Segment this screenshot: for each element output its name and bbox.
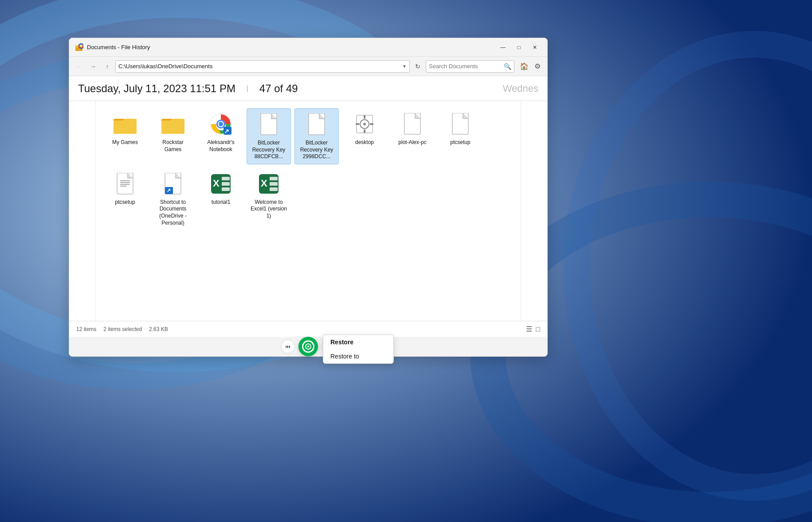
svg-text:↗: ↗ — [224, 128, 229, 135]
status-right: ☰ □ — [526, 325, 540, 333]
context-menu: RestoreRestore to — [323, 335, 394, 364]
file-icon-bitlocker2 — [304, 112, 329, 137]
grid-view-button[interactable]: □ — [536, 325, 540, 333]
back-button[interactable]: ← — [73, 60, 85, 73]
maximize-button[interactable]: □ — [512, 42, 526, 53]
file-name-my-games: My Games — [112, 139, 138, 146]
file-icon-shortcut-docs: ↗ — [161, 171, 185, 196]
file-icon-tutorial1: X — [208, 171, 233, 196]
svg-rect-12 — [114, 121, 137, 134]
status-left: 12 items 2 items selected 2.63 KB — [76, 326, 168, 332]
svg-rect-45 — [222, 187, 230, 191]
toolbar-icons: 🏠 ⚙ — [518, 60, 544, 73]
date-separator: | — [243, 85, 252, 93]
file-item-shortcut-docs[interactable]: ↗ Shortcut to Documents (OneDrive - Pers… — [151, 168, 195, 230]
next-date-label: Wednes — [503, 83, 538, 94]
search-input[interactable] — [429, 63, 504, 70]
title-bar: Documents - File History — □ ✕ — [69, 38, 547, 57]
svg-point-52 — [307, 346, 309, 347]
address-dropdown-icon[interactable]: ▼ — [402, 64, 407, 69]
file-icon-plot-alex-pc — [400, 112, 425, 136]
window-icon — [75, 43, 83, 52]
settings-button[interactable]: ⚙ — [531, 60, 544, 73]
svg-text:↗: ↗ — [166, 187, 171, 194]
nav-center-inner — [302, 340, 314, 353]
file-icon-ptcsetup1 — [448, 112, 473, 136]
file-name-ptcsetup1: ptcsetup — [450, 139, 470, 146]
status-bar: 12 items 2 items selected 2.63 KB ☰ □ — [69, 321, 547, 337]
nav-center-button[interactable] — [298, 337, 318, 356]
file-item-aleksandrs-notebook[interactable]: ↗ Aleksandr's Notebook — [199, 108, 243, 164]
address-input[interactable] — [118, 63, 400, 70]
file-name-ptcsetup2: ptcsetup — [115, 199, 135, 206]
nav-prev-button[interactable]: ⏮ — [281, 339, 295, 354]
svg-rect-15 — [161, 121, 184, 134]
svg-rect-43 — [222, 177, 230, 180]
file-icon-desktop — [352, 112, 377, 136]
search-wrap: 🔍 — [426, 60, 514, 73]
version-label: 47 of 49 — [259, 82, 298, 95]
file-grid: My Games Rockstar Games ↗ Aleksandr's No… — [103, 108, 514, 230]
file-name-tutorial1: tutorial1 — [212, 199, 231, 206]
file-item-bitlocker1[interactable]: BitLocker Recovery Key 88CDFCB... — [247, 108, 291, 164]
file-icon-ptcsetup2 — [113, 171, 137, 196]
left-panel — [69, 101, 96, 321]
file-name-desktop: desktop — [355, 139, 374, 146]
file-size: 2.63 KB — [149, 326, 168, 332]
address-input-wrap: ▼ — [115, 60, 410, 73]
address-bar: ← → ↑ ▼ ↻ 🔍 🏠 ⚙ — [69, 57, 547, 76]
file-name-bitlocker1: BitLocker Recovery Key 88CDFCB... — [250, 140, 288, 160]
refresh-button[interactable]: ↻ — [412, 60, 424, 73]
svg-point-4 — [577, 44, 812, 487]
date-bar: Tuesday, July 11, 2023 11:51 PM | 47 of … — [69, 76, 547, 101]
window-title: Documents - File History — [87, 44, 150, 51]
file-icon-my-games — [113, 112, 137, 136]
minimize-button[interactable]: — — [496, 42, 510, 53]
svg-text:X: X — [261, 178, 267, 189]
home-button[interactable]: 🏠 — [518, 60, 530, 73]
svg-text:X: X — [213, 178, 220, 189]
list-view-button[interactable]: ☰ — [526, 325, 532, 333]
file-icon-welcome-excel: X — [256, 171, 281, 196]
svg-rect-48 — [270, 177, 278, 180]
svg-rect-28 — [364, 129, 365, 133]
main-window: Documents - File History — □ ✕ ← → ↑ ▼ ↻… — [69, 38, 548, 357]
file-icon-bitlocker1 — [256, 112, 281, 137]
svg-rect-49 — [270, 182, 278, 186]
window-controls: — □ ✕ — [496, 42, 542, 53]
file-name-shortcut-docs: Shortcut to Documents (OneDrive - Person… — [153, 199, 192, 226]
item-count: 12 items — [76, 326, 96, 332]
svg-rect-50 — [270, 187, 278, 191]
file-item-my-games[interactable]: My Games — [103, 108, 147, 164]
bottom-nav: ⏮ ⏭ — [69, 337, 547, 356]
search-icon-button[interactable]: 🔍 — [504, 63, 511, 70]
file-icon-rockstar-games — [161, 112, 185, 136]
right-panel — [521, 101, 547, 321]
main-content: My Games Rockstar Games ↗ Aleksandr's No… — [69, 101, 547, 321]
file-item-ptcsetup2[interactable]: ptcsetup — [103, 168, 147, 230]
file-area: My Games Rockstar Games ↗ Aleksandr's No… — [96, 101, 521, 321]
file-item-rockstar-games[interactable]: Rockstar Games — [151, 108, 195, 164]
close-button[interactable]: ✕ — [528, 42, 542, 53]
file-item-tutorial1[interactable]: X tutorial1 — [199, 168, 243, 230]
forward-button[interactable]: → — [87, 60, 99, 73]
file-item-welcome-excel[interactable]: X Welcome to Excel1 (version 1) — [247, 168, 291, 230]
svg-point-26 — [363, 123, 366, 125]
svg-rect-27 — [364, 115, 365, 119]
file-name-rockstar-games: Rockstar Games — [153, 139, 192, 153]
svg-point-19 — [219, 122, 223, 126]
file-item-bitlocker2[interactable]: BitLocker Recovery Key 2998DCC... — [294, 108, 339, 164]
file-name-aleksandrs-notebook: Aleksandr's Notebook — [201, 139, 240, 153]
date-label: Tuesday, July 11, 2023 11:51 PM — [78, 82, 235, 95]
up-button[interactable]: ↑ — [101, 60, 114, 73]
file-name-plot-alex-pc: plot-Alex-pc — [398, 139, 426, 146]
context-menu-item-restore-to[interactable]: Restore to — [323, 349, 393, 363]
svg-rect-44 — [222, 182, 230, 186]
context-menu-item-restore[interactable]: Restore — [323, 335, 393, 349]
file-item-desktop[interactable]: desktop — [342, 108, 387, 164]
svg-point-9 — [80, 45, 82, 47]
file-item-plot-alex-pc[interactable]: plot-Alex-pc — [390, 108, 435, 164]
file-icon-aleksandrs-notebook: ↗ — [208, 112, 233, 136]
svg-rect-30 — [370, 123, 373, 125]
file-item-ptcsetup1[interactable]: ptcsetup — [438, 108, 482, 164]
